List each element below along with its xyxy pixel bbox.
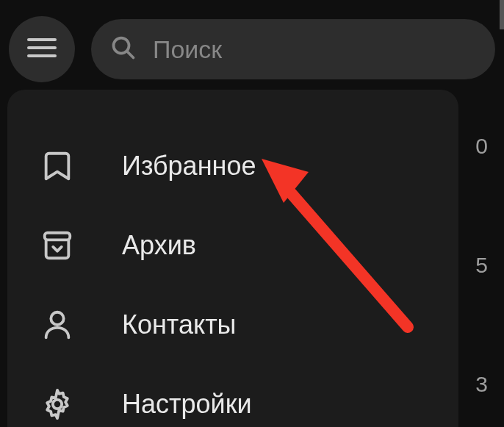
- main-menu-dropdown: Избранное Архив Контакты Настрой: [7, 90, 458, 427]
- svg-line-4: [127, 51, 133, 57]
- search-icon: [110, 35, 137, 64]
- background-count-badge: 5: [475, 253, 488, 278]
- hamburger-menu-button[interactable]: [9, 16, 75, 82]
- background-count-badge: 0: [475, 134, 488, 159]
- top-bar: Поиск: [0, 0, 504, 82]
- search-placeholder: Поиск: [153, 35, 222, 64]
- svg-point-7: [53, 400, 62, 409]
- svg-point-6: [51, 312, 63, 325]
- hamburger-icon: [27, 37, 57, 62]
- menu-item-settings[interactable]: Настройки: [7, 365, 458, 427]
- menu-item-favorites[interactable]: Избранное: [7, 126, 458, 206]
- menu-item-label: Настройки: [122, 389, 252, 420]
- menu-item-archive[interactable]: Архив: [7, 206, 458, 285]
- menu-item-contacts[interactable]: Контакты: [7, 285, 458, 365]
- search-input[interactable]: Поиск: [91, 19, 495, 79]
- menu-item-label: Избранное: [122, 151, 256, 182]
- svg-rect-5: [45, 233, 71, 240]
- background-count-badge: 3: [475, 372, 488, 397]
- gear-icon: [38, 385, 76, 423]
- menu-item-label: Архив: [122, 230, 196, 261]
- archive-icon: [38, 226, 76, 265]
- menu-item-label: Контакты: [122, 309, 237, 340]
- person-icon: [38, 306, 76, 344]
- scrollbar-thumb[interactable]: [500, 0, 504, 29]
- bookmark-icon: [38, 147, 76, 185]
